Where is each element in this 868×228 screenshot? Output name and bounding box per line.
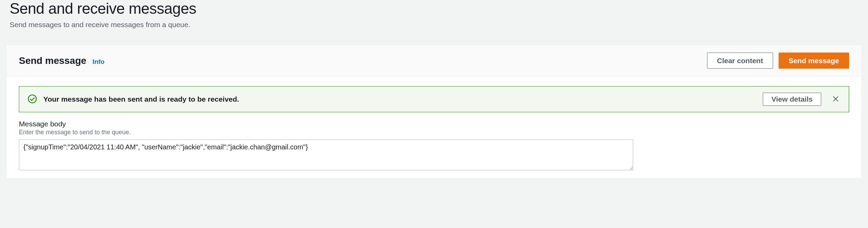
panel-header-left: Send message Info [19, 55, 105, 66]
panel-actions: Clear content Send message [707, 53, 849, 69]
message-body-label: Message body [19, 120, 849, 128]
panel-header: Send message Info Clear content Send mes… [7, 45, 861, 77]
alert-left: Your message has been sent and is ready … [28, 94, 239, 105]
view-details-button[interactable]: View details [763, 93, 821, 106]
success-alert: Your message has been sent and is ready … [19, 86, 849, 112]
panel-title: Send message [19, 55, 86, 66]
info-link[interactable]: Info [93, 58, 105, 66]
send-message-button[interactable]: Send message [779, 53, 849, 69]
page-header: Send and receive messages Send messages … [0, 0, 868, 36]
success-check-icon [28, 94, 37, 105]
svg-point-0 [28, 95, 36, 103]
clear-content-button[interactable]: Clear content [707, 53, 773, 69]
message-body-hint: Enter the message to send to the queue. [19, 129, 849, 136]
page-subtitle: Send messages to and receive messages fr… [10, 21, 858, 29]
alert-message: Your message has been sent and is ready … [43, 95, 239, 103]
page-container: Send and receive messages Send messages … [0, 0, 868, 179]
alert-right: View details [763, 93, 840, 106]
alert-close-button[interactable] [831, 94, 840, 104]
send-message-panel: Send message Info Clear content Send mes… [6, 45, 862, 179]
message-body-input[interactable] [19, 139, 633, 170]
panel-body: Your message has been sent and is ready … [7, 77, 861, 178]
close-icon [832, 95, 840, 104]
page-title: Send and receive messages [10, 0, 858, 17]
